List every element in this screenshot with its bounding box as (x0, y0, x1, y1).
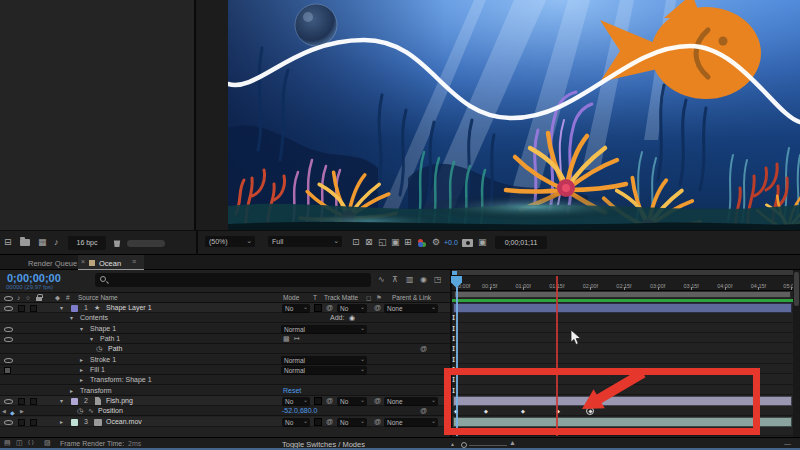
grid-guides-icon[interactable]: ⊡ (352, 238, 360, 247)
scrollbar-thumb[interactable] (794, 272, 799, 306)
audio-switch[interactable] (18, 305, 25, 312)
audio-column-icon: ♪ (17, 294, 20, 301)
label-swatch[interactable] (71, 419, 78, 426)
magnification-value: (50%) (209, 238, 228, 245)
navigator-start-handle[interactable] (452, 271, 457, 275)
magnification-dropdown[interactable]: (50%) (205, 236, 255, 247)
group-row-path-1[interactable]: ▾ Path 1 ▩ ↦ (0, 334, 451, 344)
label-swatch[interactable] (71, 398, 78, 405)
motion-blur-icon[interactable]: ◉ (420, 276, 427, 284)
parent-link-column[interactable]: Parent & Link (392, 294, 431, 301)
shy-layers-icon[interactable]: ⊼ (392, 276, 398, 284)
tab-ocean[interactable]: × Ocean ≡ (78, 255, 144, 270)
group-row-stroke-1[interactable]: ▸ Stroke 1 Normal (0, 355, 451, 365)
video-column-icon (4, 296, 13, 301)
source-name-column[interactable]: Source Name (78, 294, 118, 301)
tab-render-queue[interactable]: Render Queue (28, 259, 77, 268)
timeline-zoom-track[interactable] (469, 445, 507, 446)
search-input[interactable] (95, 273, 371, 287)
disabled-slider (127, 240, 165, 247)
preserve-transparency-switch[interactable] (314, 397, 322, 405)
add-keyframe-icon[interactable]: ◆ (10, 408, 15, 418)
fill-switch[interactable] (4, 367, 11, 374)
composition-viewer-panel (198, 0, 800, 230)
panel-divider (196, 231, 198, 256)
property-row-position[interactable]: ◀ ◆ ▶ ◷ ∿ Position -52.0,680.0 @ (0, 406, 451, 416)
solo-switch[interactable] (30, 419, 37, 426)
frame-info: 00000 (29.97 fps) (6, 284, 53, 290)
audio-switch[interactable] (18, 398, 25, 405)
shape-layer-duration-bar[interactable] (453, 303, 792, 313)
solo-column-icon: ○ (26, 294, 30, 301)
zoom-out-mountain-icon[interactable]: ▲ (450, 441, 455, 447)
channel-rgb-icon[interactable] (418, 239, 427, 248)
menu-icon[interactable]: ≡ (132, 258, 136, 265)
layer-row-shape-layer-1[interactable]: ▾ 1 ★ Shape Layer 1 No @ No @ None (0, 303, 451, 313)
eye-icon[interactable] (4, 399, 13, 404)
eye-icon[interactable] (4, 337, 13, 342)
resolution-dropdown[interactable]: Full (268, 236, 342, 247)
audio-switch[interactable] (18, 419, 25, 426)
delete-icon[interactable] (113, 239, 121, 247)
solo-switch[interactable] (30, 305, 37, 312)
timeline-tab-bar: Render Queue × Ocean ≡ (0, 255, 800, 270)
expand-transfer-icon[interactable]: ◫ (16, 439, 23, 447)
close-icon[interactable]: × (81, 258, 85, 265)
composition-canvas[interactable] (228, 0, 800, 230)
mini-flowchart-icon[interactable]: ∿ (378, 276, 385, 284)
after-effects-window: ⊟ ▦ ♪ 16 bpc (50%) Full ⊡ ⊠ ◱ ▣ ⊞ ⚙ +0.0… (0, 0, 800, 450)
group-row-transform-shape-1[interactable]: ▸ Transform: Shape 1 (0, 375, 451, 385)
expand-inout-icon[interactable]: { } (28, 439, 34, 445)
horizontal-scrollbar[interactable]: — (784, 440, 791, 447)
expand-switches-icon[interactable]: ▤ (4, 439, 11, 447)
new-folder-icon[interactable] (20, 239, 30, 246)
current-time-display[interactable]: 0;00;00;00 (7, 272, 61, 284)
mode-column[interactable]: Mode (283, 294, 299, 301)
group-row-contents[interactable]: ▾ Contents Add: ◉ (0, 313, 451, 323)
vertical-scrollbar[interactable] (793, 270, 800, 437)
new-comp-icon[interactable]: ▦ (38, 238, 47, 247)
mouse-cursor (570, 330, 582, 346)
frame-render-time-label: Frame Render Time: (60, 440, 124, 447)
toolbar-row: ⊟ ▦ ♪ 16 bpc (50%) Full ⊡ ⊠ ◱ ▣ ⊞ ⚙ +0.0… (0, 230, 800, 255)
frame-blend-icon[interactable]: ▥ (406, 276, 414, 284)
annotation-arrow (578, 368, 650, 414)
show-snapshot-icon[interactable]: ▣ (478, 238, 487, 247)
layer-row-fish[interactable]: ▾ 2 Fish.png No @ No @ None (0, 396, 451, 406)
eye-icon[interactable] (4, 306, 13, 311)
snapshot-camera-icon[interactable] (462, 239, 473, 247)
region-of-interest-icon[interactable]: ◱ (378, 238, 387, 247)
preserve-transparency-switch[interactable] (314, 418, 322, 426)
group-row-transform[interactable]: ▸ Transform Reset (0, 386, 451, 396)
eye-icon[interactable] (4, 420, 13, 425)
bit-depth-button[interactable]: 16 bpc (68, 236, 106, 250)
render-time-icon: ▨ (44, 439, 51, 447)
track-matte-column[interactable]: Track Matte (324, 294, 358, 301)
pixel-aspect-icon[interactable]: ⊞ (404, 238, 412, 247)
solo-switch[interactable] (30, 398, 37, 405)
color-settings-icon[interactable]: ♪ (54, 238, 59, 247)
eye-icon[interactable] (4, 327, 13, 332)
preserve-transparency-switch[interactable] (314, 304, 322, 312)
zoom-in-mountain-icon[interactable]: ▲ (509, 439, 516, 446)
frame-render-time-value: 2ms (128, 440, 141, 447)
graph-editor-icon[interactable]: ◳ (434, 276, 442, 284)
layer-row-ocean[interactable]: ▸ 3 Ocean.mov No @ No @ None (0, 417, 451, 427)
t-column[interactable]: T (313, 294, 317, 301)
bubble (295, 4, 337, 46)
label-column-icon: ◆ (55, 294, 60, 302)
exposure-value[interactable]: +0.0 (444, 239, 458, 246)
transparency-grid-icon[interactable]: ▣ (391, 238, 400, 247)
group-row-fill-1[interactable]: ▸ Fill 1 Normal (0, 365, 451, 375)
viewer-timecode[interactable]: 0;00;01;11 (495, 236, 547, 249)
work-area-bar[interactable] (454, 291, 791, 298)
label-swatch[interactable] (71, 305, 78, 312)
resolution-gear-icon[interactable]: ⚙ (432, 238, 440, 247)
group-row-shape-1[interactable]: ▾ Shape 1 Normal (0, 324, 451, 334)
resolution-value: Full (272, 238, 283, 245)
time-ruler[interactable]: 0:00f 00:15f 01:00f 01:15f 02:00f 02:15f… (452, 276, 793, 291)
interpret-footage-icon[interactable]: ⊟ (4, 238, 12, 247)
eye-icon[interactable] (4, 358, 13, 363)
property-row-path[interactable]: ◷ Path @ (0, 344, 451, 354)
mask-visibility-icon[interactable]: ⊠ (365, 238, 373, 247)
